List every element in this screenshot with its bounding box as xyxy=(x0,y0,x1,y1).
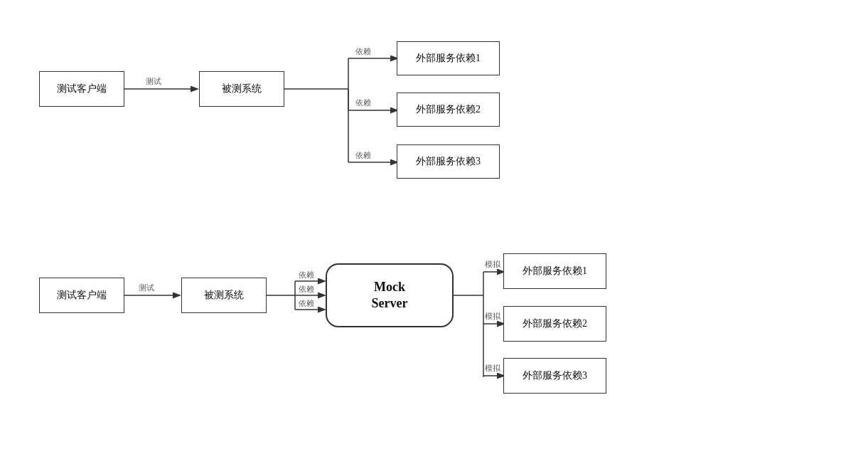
svg-text:依赖: 依赖 xyxy=(355,151,371,159)
mock-server-box: Mock Server xyxy=(326,263,454,327)
bottom-dep-3: 外部服务依赖3 xyxy=(503,358,606,394)
top-dep-2: 外部服务依赖2 xyxy=(397,93,500,127)
svg-text:模拟: 模拟 xyxy=(485,312,501,320)
top-dep-3: 外部服务依赖3 xyxy=(397,144,500,179)
svg-text:测试: 测试 xyxy=(146,77,161,85)
svg-text:依赖: 依赖 xyxy=(299,299,314,307)
top-dep-1: 外部服务依赖1 xyxy=(397,41,500,75)
svg-text:依赖: 依赖 xyxy=(299,270,314,279)
svg-text:依赖: 依赖 xyxy=(355,98,371,107)
bottom-dep-1: 外部服务依赖1 xyxy=(503,253,606,289)
bottom-dep-2: 外部服务依赖2 xyxy=(503,306,606,342)
svg-text:模拟: 模拟 xyxy=(485,364,501,372)
top-test-client: 测试客户端 xyxy=(39,71,124,107)
top-system-under-test: 被测系统 xyxy=(199,71,284,107)
diagram-container: 测试 依赖 依赖 依赖 测试 依赖 依赖 xyxy=(0,0,868,464)
svg-text:测试: 测试 xyxy=(139,283,154,292)
bottom-test-client: 测试客户端 xyxy=(39,278,124,313)
svg-text:模拟: 模拟 xyxy=(485,260,501,268)
bottom-system-under-test: 被测系统 xyxy=(181,278,267,313)
svg-text:依赖: 依赖 xyxy=(355,47,371,56)
svg-text:依赖: 依赖 xyxy=(299,285,314,293)
